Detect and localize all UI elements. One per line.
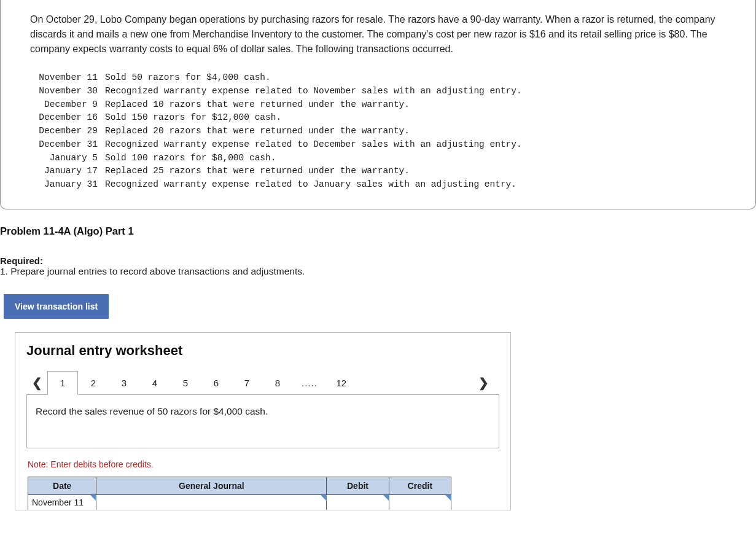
dropdown-corner-icon[interactable] [90, 495, 96, 501]
worksheet-title: Journal entry worksheet [26, 343, 499, 359]
required-label: Required: [0, 255, 43, 266]
dropdown-corner-icon[interactable] [445, 495, 451, 501]
tab-6[interactable]: 6 [201, 372, 232, 394]
transaction-date: December 29 [30, 125, 105, 138]
transaction-row: December 31Recognized warranty expense r… [30, 138, 726, 152]
tab-3[interactable]: 3 [109, 372, 139, 394]
transaction-row: January 5Sold 100 razors for $8,000 cash… [30, 152, 726, 165]
transaction-desc: Replaced 20 razors that were returned un… [105, 125, 410, 138]
transaction-date: January 5 [30, 152, 105, 165]
dropdown-corner-icon[interactable] [321, 495, 327, 501]
transaction-row: January 31Recognized warranty expense re… [30, 178, 726, 192]
journal-worksheet-panel: Journal entry worksheet ❮ 12345678 .....… [15, 332, 511, 510]
transaction-desc: Recognized warranty expense related to D… [105, 138, 522, 152]
col-header-general-journal: General Journal [96, 477, 327, 494]
col-header-debit: Debit [327, 477, 389, 494]
transaction-desc: Replaced 10 razors that were returned un… [105, 98, 410, 112]
transaction-desc: Sold 150 razors for $12,000 cash. [105, 111, 281, 125]
cell-date-value: November 11 [32, 497, 84, 507]
cell-debit[interactable] [327, 494, 389, 510]
transaction-row: December 29Replaced 20 razors that were … [30, 125, 726, 138]
transaction-desc: Recognized warranty expense related to N… [105, 85, 522, 98]
transaction-row: November 11Sold 50 razors for $4,000 cas… [30, 71, 726, 85]
transaction-row: January 17Replaced 25 razors that were r… [30, 165, 726, 178]
transaction-date: January 17 [30, 165, 105, 178]
transaction-date: December 16 [30, 111, 105, 125]
note-text: Note: Enter debits before credits. [28, 459, 499, 469]
journal-table: Date General Journal Debit Credit Novemb… [28, 477, 451, 510]
transaction-row: December 16Sold 150 razors for $12,000 c… [30, 111, 726, 125]
transaction-date: November 30 [30, 85, 105, 98]
dropdown-corner-icon[interactable] [383, 495, 389, 501]
transaction-desc: Sold 50 razors for $4,000 cash. [105, 71, 271, 85]
worksheet-tab-row: ❮ 12345678 ..... 12 ❯ [26, 371, 499, 395]
entry-instruction-box: Record the sales revenue of 50 razors fo… [26, 394, 499, 448]
table-row: November 11 [28, 494, 451, 510]
cell-general-journal[interactable] [96, 494, 327, 510]
col-header-date: Date [28, 477, 96, 494]
col-header-credit: Credit [389, 477, 451, 494]
transaction-date: January 31 [30, 178, 105, 192]
required-instruction: 1. Prepare journal entries to record abo… [0, 266, 756, 277]
intro-paragraph: On October 29, Lobo Company began operat… [30, 12, 726, 57]
transaction-desc: Recognized warranty expense related to J… [105, 178, 516, 192]
tab-12[interactable]: 12 [326, 372, 357, 394]
entry-instruction-text: Record the sales revenue of 50 razors fo… [36, 406, 268, 416]
view-transaction-list-button[interactable]: View transaction list [4, 294, 109, 319]
tab-5[interactable]: 5 [170, 372, 201, 394]
transaction-desc: Replaced 25 razors that were returned un… [105, 165, 410, 178]
required-block: Required: 1. Prepare journal entries to … [0, 255, 756, 277]
tab-7[interactable]: 7 [232, 372, 262, 394]
chevron-right-icon[interactable]: ❯ [467, 375, 499, 390]
cell-credit[interactable] [389, 494, 451, 510]
transaction-row: November 30Recognized warranty expense r… [30, 85, 726, 98]
transaction-date: November 11 [30, 71, 105, 85]
cell-date[interactable]: November 11 [28, 494, 96, 510]
transaction-date: December 31 [30, 138, 105, 152]
problem-context-panel: On October 29, Lobo Company began operat… [0, 0, 756, 209]
transaction-desc: Sold 100 razors for $8,000 cash. [105, 152, 276, 165]
chevron-left-icon[interactable]: ❮ [26, 375, 47, 390]
tab-4[interactable]: 4 [139, 372, 170, 394]
tab-8[interactable]: 8 [262, 372, 293, 394]
problem-title: Problem 11-4A (Algo) Part 1 [0, 225, 756, 237]
tabs-ellipsis: ..... [293, 372, 326, 394]
tab-1[interactable]: 1 [47, 371, 78, 395]
transaction-date: December 9 [30, 98, 105, 112]
transaction-list: November 11Sold 50 razors for $4,000 cas… [30, 71, 726, 192]
transaction-row: December 9Replaced 10 razors that were r… [30, 98, 726, 112]
tab-2[interactable]: 2 [78, 372, 109, 394]
